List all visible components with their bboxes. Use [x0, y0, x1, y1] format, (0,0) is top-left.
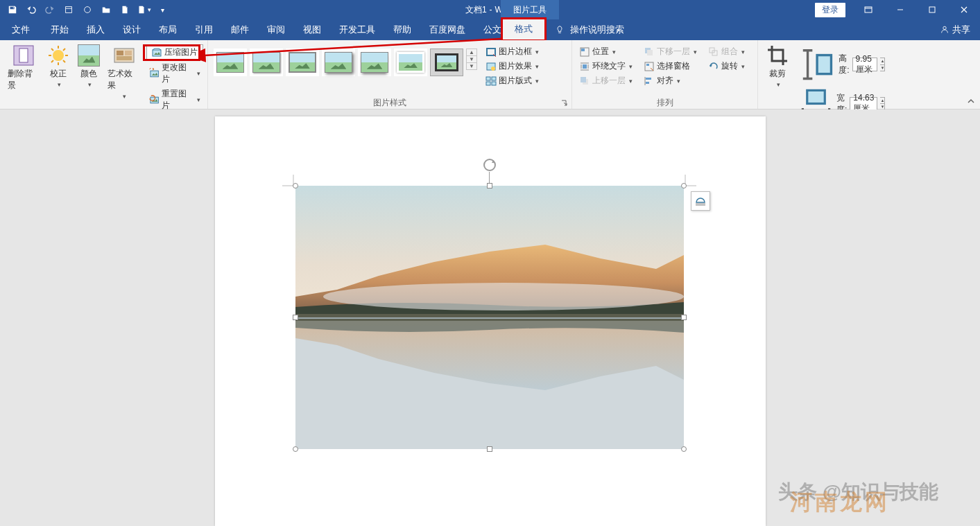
gallery-nav[interactable]: ▲ ▼ ▼: [466, 49, 477, 70]
corrections-icon: [47, 44, 69, 67]
group-label-arrange: 排列: [572, 96, 757, 109]
document-canvas[interactable]: [0, 109, 980, 526]
tab-review[interactable]: 审阅: [258, 19, 294, 40]
crop-button[interactable]: 裁剪▾: [762, 43, 793, 89]
svg-point-1: [85, 7, 91, 13]
align-button[interactable]: 对齐▾: [641, 73, 700, 88]
handle-ml[interactable]: [293, 315, 298, 320]
handle-tl[interactable]: [293, 183, 298, 189]
share-button[interactable]: 共享: [940, 19, 970, 40]
layout-template-icon: [485, 76, 497, 87]
tab-view[interactable]: 视图: [294, 19, 330, 40]
qat-button-8[interactable]: ▾: [135, 1, 152, 18]
layout-options-button[interactable]: [691, 191, 710, 211]
handle-mr[interactable]: [681, 315, 687, 320]
send-backward-button[interactable]: 下移一层▾: [641, 44, 700, 59]
tab-developer[interactable]: 开发工具: [330, 19, 384, 40]
width-spinner[interactable]: ▲▼: [880, 97, 885, 111]
rotate-handle-icon: [483, 158, 497, 172]
change-picture-button[interactable]: 更改图片▾: [146, 60, 203, 87]
tab-mail[interactable]: 邮件: [222, 19, 258, 40]
maximize-button[interactable]: [916, 0, 948, 19]
gallery-down-icon[interactable]: ▼: [467, 56, 476, 63]
tell-me[interactable]: 操作说明搜索: [555, 19, 624, 40]
selection-pane-icon: [644, 61, 655, 72]
selection-pane-button[interactable]: 选择窗格: [641, 59, 700, 73]
style-thumb-2[interactable]: [250, 49, 283, 76]
handle-br[interactable]: [681, 446, 687, 452]
new-button[interactable]: [117, 1, 133, 18]
style-thumb-4[interactable]: [322, 49, 355, 76]
rotate-icon: [708, 61, 719, 72]
svg-rect-24: [583, 64, 587, 69]
compress-pictures-button[interactable]: 压缩图片: [146, 44, 203, 60]
artistic-effects-button[interactable]: 艺术效果▾: [104, 43, 143, 101]
style-thumb-1[interactable]: [214, 49, 247, 76]
login-button[interactable]: 登录: [815, 3, 845, 17]
gallery-up-icon[interactable]: ▲: [467, 49, 476, 56]
bring-forward-button[interactable]: 上移一层▾: [576, 73, 635, 88]
collapse-ribbon-button[interactable]: [966, 96, 976, 106]
tab-help[interactable]: 帮助: [384, 19, 420, 40]
handle-bl[interactable]: [293, 446, 298, 452]
position-button[interactable]: 位置▾: [576, 44, 635, 59]
close-button[interactable]: [948, 0, 980, 19]
picture-border-button[interactable]: 图片边框▾: [483, 44, 542, 59]
handle-tc[interactable]: [487, 183, 492, 189]
color-button[interactable]: 颜色▾: [74, 43, 104, 89]
border-icon: [485, 46, 497, 58]
style-thumb-6[interactable]: [394, 49, 427, 76]
remove-background-button[interactable]: 删除背景: [4, 43, 43, 93]
picture-effects-button[interactable]: 图片效果▾: [483, 59, 542, 73]
svg-rect-12: [153, 50, 161, 56]
reset-picture-icon: [149, 94, 160, 105]
svg-rect-28: [647, 50, 653, 55]
svg-rect-11: [117, 56, 132, 60]
tab-design[interactable]: 设计: [114, 19, 150, 40]
open-button[interactable]: [98, 1, 114, 18]
tab-layout[interactable]: 布局: [150, 19, 186, 40]
style-thumb-3[interactable]: [286, 49, 319, 76]
rotate-handle[interactable]: [483, 158, 497, 175]
save-button[interactable]: [4, 1, 21, 18]
picture-layout-button[interactable]: 图片版式▾: [483, 73, 542, 88]
redo-button[interactable]: [42, 1, 58, 18]
tab-format[interactable]: 格式: [501, 17, 547, 42]
height-icon: [798, 46, 836, 83]
group-objects-button[interactable]: 组合▾: [705, 44, 748, 59]
tab-insert[interactable]: 插入: [78, 19, 114, 40]
handle-tr[interactable]: [681, 183, 687, 189]
undo-button[interactable]: [23, 1, 40, 18]
style-thumb-7[interactable]: [430, 49, 463, 76]
corrections-button[interactable]: 校正▾: [43, 43, 74, 89]
qat-customize[interactable]: ▾: [154, 1, 171, 18]
style-thumb-5[interactable]: [358, 49, 391, 76]
qat-button-4[interactable]: [60, 1, 77, 18]
width-input[interactable]: 14.63 厘米: [850, 97, 877, 111]
minimize-button[interactable]: [884, 0, 916, 19]
tab-home[interactable]: 开始: [42, 19, 78, 40]
height-spinner[interactable]: ▲▼: [880, 58, 885, 71]
group-icon: [708, 46, 719, 58]
svg-rect-31: [646, 78, 651, 80]
ribbon-options-button[interactable]: [852, 0, 884, 19]
handle-bc[interactable]: [487, 446, 492, 452]
tab-baidu[interactable]: 百度网盘: [420, 19, 474, 40]
layout-options-icon: [694, 195, 707, 207]
rotate-button[interactable]: 旋转▾: [705, 59, 748, 73]
svg-point-40: [323, 283, 684, 310]
svg-rect-21: [492, 82, 496, 85]
gallery-more-icon[interactable]: ▼: [467, 63, 476, 69]
tab-file[interactable]: 文件: [0, 19, 42, 40]
picture-styles-gallery[interactable]: ▲ ▼ ▼: [212, 43, 477, 78]
document-page[interactable]: [215, 116, 766, 526]
tab-references[interactable]: 引用: [186, 19, 222, 40]
dialog-launcher-styles[interactable]: [561, 99, 569, 107]
selected-picture[interactable]: [295, 186, 684, 449]
watermark-site: 河南龙网: [790, 487, 890, 518]
wrap-text-button[interactable]: 环绕文字▾: [576, 59, 635, 73]
height-input[interactable]: 9.95 厘米: [852, 58, 878, 71]
picture-tools-context: 图片工具: [501, 0, 559, 19]
svg-rect-35: [817, 55, 831, 74]
qat-button-5[interactable]: [79, 1, 96, 18]
